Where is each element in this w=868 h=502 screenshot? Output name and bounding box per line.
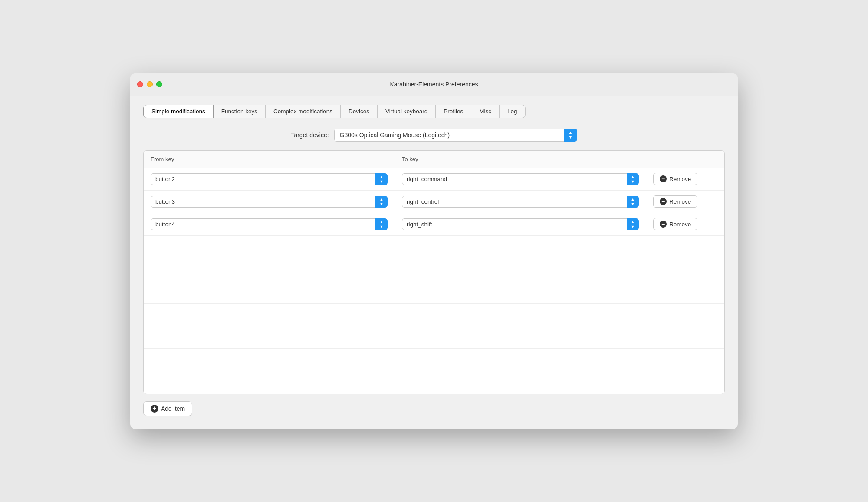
empty-cell xyxy=(646,288,724,295)
tab-bar: Simple modifications Function keys Compl… xyxy=(143,105,725,118)
column-from-key: From key xyxy=(144,151,395,168)
add-item-label: Add item xyxy=(161,405,185,412)
empty-cell xyxy=(646,379,724,386)
empty-cell xyxy=(395,334,646,340)
from-key-cell: button4 ▲▼ xyxy=(144,215,395,234)
table-row-empty-3 xyxy=(144,304,724,326)
to-key-select-wrapper: right_control ▲▼ xyxy=(402,196,639,208)
remove-label-1: Remove xyxy=(669,198,691,205)
to-key-select-wrapper: right_shift ▲▼ xyxy=(402,218,639,230)
table-row-empty-6 xyxy=(144,371,724,394)
empty-cell xyxy=(144,334,395,340)
empty-cell xyxy=(646,243,724,250)
main-content: Simple modifications Function keys Compl… xyxy=(130,96,738,429)
empty-cell xyxy=(144,266,395,273)
from-key-cell: button3 ▲▼ xyxy=(144,192,395,211)
column-actions xyxy=(646,151,724,168)
to-key-select-2[interactable]: right_shift xyxy=(402,218,639,230)
empty-cell xyxy=(395,288,646,295)
remove-button-2[interactable]: − Remove xyxy=(653,218,697,230)
table-row-empty-4 xyxy=(144,326,724,349)
add-item-button[interactable]: + Add item xyxy=(143,401,192,416)
to-key-cell: right_shift ▲▼ xyxy=(395,215,646,234)
to-key-cell: right_command ▲▼ xyxy=(395,170,646,188)
target-device-label: Target device: xyxy=(291,132,329,139)
empty-cell xyxy=(395,356,646,363)
traffic-lights xyxy=(137,81,162,87)
remove-label-2: Remove xyxy=(669,221,691,228)
tab-function-keys[interactable]: Function keys xyxy=(213,105,266,118)
from-key-select-1[interactable]: button3 xyxy=(151,196,388,208)
table-row-empty-5 xyxy=(144,349,724,371)
tab-misc[interactable]: Misc xyxy=(471,105,500,118)
empty-cell xyxy=(395,311,646,318)
action-cell: − Remove xyxy=(646,215,724,234)
maximize-button[interactable] xyxy=(156,81,162,87)
remove-button-0[interactable]: − Remove xyxy=(653,173,697,185)
add-icon: + xyxy=(151,405,158,413)
empty-cell xyxy=(144,243,395,250)
close-button[interactable] xyxy=(137,81,143,87)
to-key-cell: right_control ▲▼ xyxy=(395,192,646,211)
from-key-select-2[interactable]: button4 xyxy=(151,218,388,230)
empty-cell xyxy=(144,356,395,363)
tab-profiles[interactable]: Profiles xyxy=(435,105,471,118)
remove-button-1[interactable]: − Remove xyxy=(653,195,697,208)
action-cell: − Remove xyxy=(646,169,724,188)
table-row: button4 ▲▼ right_shift ▲▼ xyxy=(144,213,724,236)
titlebar: Karabiner-Elements Preferences xyxy=(130,73,738,96)
table-row-empty-2 xyxy=(144,281,724,304)
empty-cell xyxy=(144,379,395,386)
to-key-select-wrapper: right_command ▲▼ xyxy=(402,173,639,185)
empty-cell xyxy=(646,311,724,318)
empty-cell xyxy=(144,311,395,318)
empty-cell xyxy=(646,334,724,340)
remove-icon-2: − xyxy=(660,221,667,228)
from-key-select-wrapper: button4 ▲▼ xyxy=(151,218,388,230)
remove-icon-0: − xyxy=(660,175,667,182)
app-window: Karabiner-Elements Preferences Simple mo… xyxy=(130,73,738,429)
tab-devices[interactable]: Devices xyxy=(340,105,378,118)
to-key-select-1[interactable]: right_control xyxy=(402,196,639,208)
device-select-wrapper: G300s Optical Gaming Mouse (Logitech) ▲ … xyxy=(334,129,577,142)
from-key-cell: button2 ▲▼ xyxy=(144,170,395,188)
from-key-select-wrapper: button3 ▲▼ xyxy=(151,196,388,208)
tab-complex-modifications[interactable]: Complex modifications xyxy=(265,105,341,118)
target-device-row: Target device: G300s Optical Gaming Mous… xyxy=(143,129,725,142)
empty-cell xyxy=(395,266,646,273)
empty-cell xyxy=(646,266,724,273)
empty-cell xyxy=(646,356,724,363)
table-row: button2 ▲▼ right_command ▲▼ xyxy=(144,168,724,191)
table-row-empty-0 xyxy=(144,236,724,258)
tab-virtual-keyboard[interactable]: Virtual keyboard xyxy=(377,105,436,118)
action-cell: − Remove xyxy=(646,192,724,211)
column-to-key: To key xyxy=(395,151,646,168)
to-key-select-0[interactable]: right_command xyxy=(402,173,639,185)
mappings-table: From key To key button2 ▲▼ xyxy=(143,150,725,394)
window-title: Karabiner-Elements Preferences xyxy=(390,81,478,88)
table-row-empty-1 xyxy=(144,258,724,281)
from-key-select-wrapper: button2 ▲▼ xyxy=(151,173,388,185)
table-header: From key To key xyxy=(144,151,724,168)
tab-log[interactable]: Log xyxy=(499,105,526,118)
minimize-button[interactable] xyxy=(147,81,153,87)
empty-cell xyxy=(395,379,646,386)
from-key-select-0[interactable]: button2 xyxy=(151,173,388,185)
table-row: button3 ▲▼ right_control ▲▼ xyxy=(144,191,724,213)
empty-cell xyxy=(144,288,395,295)
tab-simple-modifications[interactable]: Simple modifications xyxy=(143,105,214,118)
remove-label-0: Remove xyxy=(669,176,691,182)
device-select[interactable]: G300s Optical Gaming Mouse (Logitech) xyxy=(334,129,577,142)
remove-icon-1: − xyxy=(660,198,667,205)
empty-cell xyxy=(395,243,646,250)
